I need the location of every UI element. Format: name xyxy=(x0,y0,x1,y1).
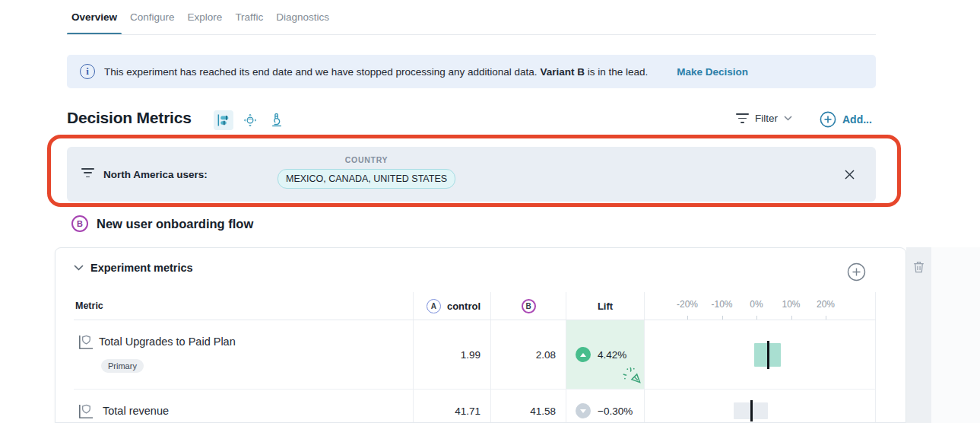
add-metric-button[interactable]: Add... xyxy=(820,111,872,128)
variant-value: 41.58 xyxy=(490,390,566,423)
table-header-row: Metric A control B Lift -20% -10% 0% 10%… xyxy=(74,292,876,320)
end-date-banner: i This experiment has reached its end da… xyxy=(67,55,876,88)
column-header-metric: Metric xyxy=(74,292,413,320)
trash-icon[interactable] xyxy=(912,259,926,423)
side-gutter xyxy=(906,247,931,423)
control-label: control xyxy=(447,301,480,312)
variant-title: New user onboarding flow xyxy=(97,217,253,231)
microscope-view-icon[interactable] xyxy=(267,110,287,130)
lift-value: 4.42% xyxy=(598,349,626,361)
axis-tick xyxy=(722,316,723,320)
lift-down-icon xyxy=(576,403,591,418)
primary-tag: Primary xyxy=(101,359,144,373)
filter-label: Filter xyxy=(755,113,778,124)
variant-b-badge: B xyxy=(71,215,88,232)
table-row-total-upgrades[interactable]: Total Upgrades to Paid Plan Primary 1.99… xyxy=(74,320,876,390)
axis-tick xyxy=(687,316,688,320)
experiment-overview-page: Overview Configure Explore Traffic Diagn… xyxy=(0,0,980,423)
page-background-strip xyxy=(931,247,980,423)
control-value: 41.71 xyxy=(413,390,490,423)
tab-traffic[interactable]: Traffic xyxy=(230,10,268,33)
page-title: Decision Metrics xyxy=(67,109,192,127)
metric-name[interactable]: Total revenue xyxy=(103,405,169,417)
ci-chart-cell xyxy=(644,390,876,423)
lift-value: −0.30% xyxy=(598,406,633,417)
section-header[interactable]: Experiment metrics xyxy=(74,262,193,274)
tab-overview[interactable]: Overview xyxy=(67,10,122,33)
country-field: COUNTRY MEXICO, CANADA, UNITED STATES xyxy=(278,155,455,189)
close-icon[interactable] xyxy=(842,167,856,181)
group-a-badge: A xyxy=(427,299,441,313)
tab-bar-divider xyxy=(67,34,876,35)
country-field-label: COUNTRY xyxy=(345,155,388,164)
tab-bar: Overview Configure Explore Traffic Diagn… xyxy=(67,10,334,33)
section-add-button[interactable] xyxy=(847,262,866,281)
banner-message: This experiment has reached its end date… xyxy=(104,66,648,78)
info-icon: i xyxy=(80,64,95,79)
plus-circle-icon xyxy=(820,111,836,128)
lift-point-marker xyxy=(767,341,769,369)
confetti-icon xyxy=(622,364,642,387)
axis-tick xyxy=(756,316,757,320)
group-b-badge: B xyxy=(522,299,536,313)
experiment-metrics-card: Experiment metrics Metric A control B Li… xyxy=(55,247,906,423)
scoped-filter-name: North America users: xyxy=(103,169,208,180)
metric-icon xyxy=(77,333,94,354)
lift-cell: −0.30% xyxy=(566,390,644,423)
column-header-lift: Lift xyxy=(566,292,644,320)
ci-chart-cell xyxy=(644,320,876,389)
column-header-variant-b: B xyxy=(490,292,566,320)
control-value: 1.99 xyxy=(413,320,490,389)
table-row-total-revenue[interactable]: Total revenue 41.71 41.58 −0.30% xyxy=(74,390,876,423)
lift-up-icon xyxy=(576,347,591,362)
filter-dropdown[interactable]: Filter xyxy=(736,113,792,124)
make-decision-link[interactable]: Make Decision xyxy=(677,66,748,78)
axis-label: -10% xyxy=(711,299,732,310)
add-label: Add... xyxy=(842,113,872,126)
axis-tick xyxy=(826,316,826,320)
axis-label: 0% xyxy=(750,299,763,310)
axis-label: 10% xyxy=(782,299,800,310)
variant-header: B New user onboarding flow xyxy=(71,215,253,232)
section-title: Experiment metrics xyxy=(90,262,193,274)
column-header-axis: -20% -10% 0% 10% 20% xyxy=(644,292,876,320)
axis-label: 20% xyxy=(817,299,835,310)
metric-cell: Total revenue xyxy=(74,390,413,423)
column-header-control: A control xyxy=(413,292,490,320)
tab-diagnostics[interactable]: Diagnostics xyxy=(271,10,334,33)
metrics-table: Metric A control B Lift -20% -10% 0% 10%… xyxy=(74,292,876,423)
country-value-chip[interactable]: MEXICO, CANADA, UNITED STATES xyxy=(278,169,455,189)
explore-view-icon[interactable] xyxy=(240,110,260,130)
view-switcher xyxy=(214,110,287,130)
filter-icon xyxy=(736,113,749,122)
tab-explore[interactable]: Explore xyxy=(183,10,227,33)
scoped-filter-bar: North America users: COUNTRY MEXICO, CAN… xyxy=(67,147,876,202)
tab-configure[interactable]: Configure xyxy=(125,10,179,33)
axis-label: -20% xyxy=(677,299,698,310)
axis-tick xyxy=(791,316,792,320)
metric-name[interactable]: Total Upgrades to Paid Plan xyxy=(99,336,236,348)
chevron-down-icon xyxy=(74,265,84,271)
lift-cell: 4.42% xyxy=(566,320,644,389)
chevron-down-icon xyxy=(784,116,792,121)
lift-point-marker xyxy=(750,400,753,421)
funnel-icon xyxy=(81,168,94,177)
variant-value: 2.08 xyxy=(490,320,566,389)
metrics-view-icon[interactable] xyxy=(214,110,233,130)
metric-icon xyxy=(77,402,94,420)
metric-cell: Total Upgrades to Paid Plan Primary xyxy=(74,320,413,389)
